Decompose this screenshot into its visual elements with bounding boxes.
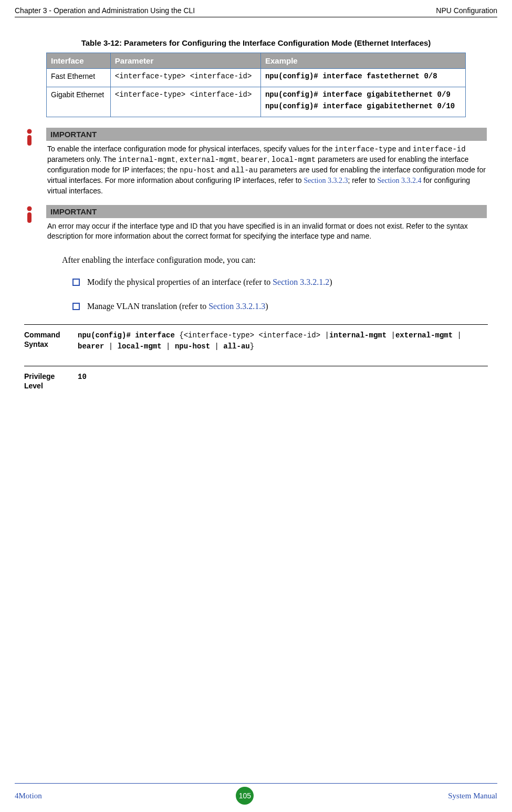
privilege-level-row: Privilege Level 10 bbox=[24, 366, 488, 404]
th-parameter: Parameter bbox=[110, 53, 260, 69]
example-line: npu(config)# interface fastethernet 0/8 bbox=[265, 72, 461, 80]
parameter-table: Interface Parameter Example Fast Etherne… bbox=[46, 53, 466, 117]
page-footer: 4Motion 105 System Manual bbox=[15, 783, 497, 805]
page-number: 105 bbox=[236, 787, 254, 805]
cell-interface: Gigabit Ethernet bbox=[47, 87, 111, 117]
th-interface: Interface bbox=[47, 53, 111, 69]
privilege-level-value: 10 bbox=[78, 372, 488, 390]
header-left: Chapter 3 - Operation and Administration… bbox=[15, 6, 195, 15]
list-item: Manage VLAN translation (refer to Sectio… bbox=[72, 300, 487, 313]
header-right: NPU Configuration bbox=[436, 6, 497, 15]
callout-important: IMPORTANTTo enable the interface configu… bbox=[20, 128, 487, 196]
table-row: Gigabit Ethernet<interface-type> <interf… bbox=[47, 87, 466, 117]
svg-point-0 bbox=[27, 129, 32, 134]
table-header-row: Interface Parameter Example bbox=[47, 53, 466, 69]
callout-title: IMPORTANT bbox=[46, 128, 487, 141]
command-syntax-label: Command Syntax bbox=[24, 330, 71, 352]
footer-left: 4Motion bbox=[15, 792, 42, 800]
cell-parameter: <interface-type> <interface-id> bbox=[110, 87, 260, 117]
privilege-level-label: Privilege Level bbox=[24, 372, 71, 390]
section-link[interactable]: Section 3.3.2.1.2 bbox=[273, 277, 329, 286]
example-line: npu(config)# interface gigabitethernet 0… bbox=[265, 102, 461, 110]
callout-text: To enable the interface configuration mo… bbox=[46, 144, 487, 196]
svg-rect-3 bbox=[27, 212, 32, 223]
cell-interface: Fast Ethernet bbox=[47, 69, 111, 87]
command-section: Command Syntax npu(config)# interface {<… bbox=[24, 324, 488, 404]
section-link[interactable]: Section 3.3.2.4 bbox=[377, 177, 421, 184]
table-caption: Table 3-12: Parameters for Configuring t… bbox=[46, 38, 466, 47]
svg-point-2 bbox=[27, 207, 32, 211]
footer-right: System Manual bbox=[448, 792, 497, 800]
cell-parameter: <interface-type> <interface-id> bbox=[110, 69, 260, 87]
body-paragraph: After enabling the interface configurati… bbox=[62, 254, 487, 266]
info-icon bbox=[20, 205, 39, 241]
cell-example: npu(config)# interface gigabitethernet 0… bbox=[260, 87, 465, 117]
example-line: npu(config)# interface gigabitethernet 0… bbox=[265, 90, 461, 99]
section-link[interactable]: Section 3.3.2.1.3 bbox=[208, 302, 265, 311]
command-syntax-row: Command Syntax npu(config)# interface {<… bbox=[24, 324, 488, 366]
cell-example: npu(config)# interface fastethernet 0/8 bbox=[260, 69, 465, 87]
command-syntax-value: npu(config)# interface {<interface-type>… bbox=[78, 330, 488, 352]
info-icon bbox=[20, 128, 39, 196]
callout-important: IMPORTANTAn error may occur if the inter… bbox=[20, 205, 487, 241]
page-header: Chapter 3 - Operation and Administration… bbox=[15, 6, 497, 17]
section-link[interactable]: Section 3.3.2.3 bbox=[304, 177, 348, 184]
callout-text: An error may occur if the interface type… bbox=[46, 221, 487, 241]
svg-rect-1 bbox=[27, 135, 32, 146]
th-example: Example bbox=[260, 53, 465, 69]
list-item: Modify the physical properties of an int… bbox=[72, 276, 487, 289]
bullet-list: Modify the physical properties of an int… bbox=[72, 276, 487, 313]
callout-title: IMPORTANT bbox=[46, 205, 487, 218]
table-row: Fast Ethernet<interface-type> <interface… bbox=[47, 69, 466, 87]
